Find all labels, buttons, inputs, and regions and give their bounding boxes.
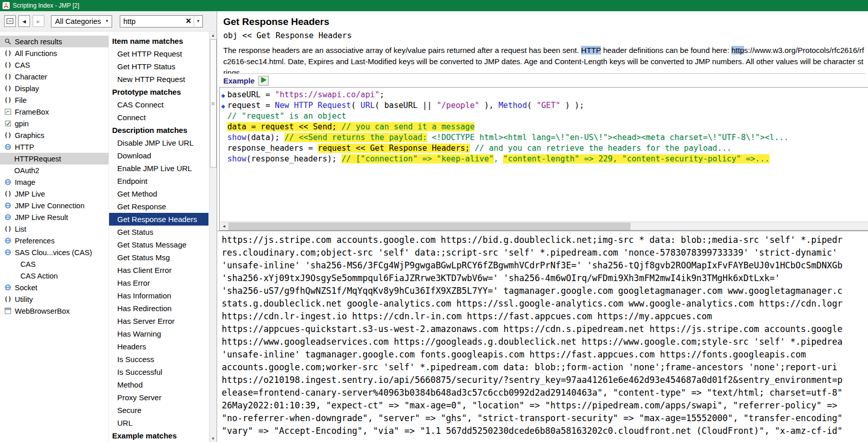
sidebar-item-display[interactable]: ()Display bbox=[0, 82, 109, 94]
sidebar-item-all-functions[interactable]: ()All Functions bbox=[0, 47, 109, 59]
code-segment: URL bbox=[360, 101, 375, 110]
sidebar-item-cas-action[interactable]: CAS Action bbox=[0, 270, 109, 282]
search-icon bbox=[4, 38, 12, 45]
sidebar-item-oauth2[interactable]: OAuth2 bbox=[0, 164, 109, 176]
results-item[interactable]: Get HTTP Request bbox=[109, 47, 208, 60]
sidebar-item-character[interactable]: ()Character bbox=[0, 71, 109, 82]
sidebar-item-cas[interactable]: CAS bbox=[0, 258, 109, 270]
code-segment: show bbox=[227, 154, 246, 163]
results-item[interactable]: Has Server Error bbox=[109, 315, 208, 327]
results-item[interactable]: CAS Connect bbox=[109, 98, 208, 111]
titlebar: Scripting Index - JMP [2] bbox=[0, 0, 868, 11]
category-select[interactable]: All Categories ▼ bbox=[51, 15, 112, 27]
code-segment: Method bbox=[498, 101, 527, 110]
forward-button[interactable]: ► bbox=[33, 15, 44, 27]
sidebar-item-framebox[interactable]: FrameBox bbox=[0, 106, 109, 118]
h-scrollbar-thumb[interactable] bbox=[228, 223, 630, 230]
code-segment: <!DOCTYPE html><html lang=\!"en-US\!"><h… bbox=[427, 133, 788, 142]
code-segment: request = bbox=[227, 101, 275, 110]
clear-search-icon[interactable]: × bbox=[184, 16, 194, 26]
description: The response headers are an associative … bbox=[223, 45, 866, 74]
results-item[interactable]: URL bbox=[109, 417, 208, 429]
code-segment: ( bbox=[527, 101, 537, 110]
sidebar-item-cas[interactable]: ()CAS bbox=[0, 59, 109, 71]
detail-pane: Get Response Headers obj << Get Response… bbox=[217, 11, 868, 442]
results-item[interactable]: Get Response Headers bbox=[109, 213, 208, 226]
sidebar-item-utility[interactable]: ()Utility bbox=[0, 293, 109, 305]
results-item[interactable]: Get Status Message bbox=[109, 238, 208, 251]
sidebar-item-webbrowserbox[interactable]: WebBrowserBox bbox=[0, 305, 109, 317]
search-input[interactable] bbox=[123, 17, 184, 25]
results-item[interactable]: Method bbox=[109, 378, 208, 391]
results-item[interactable]: Has Error bbox=[109, 277, 208, 289]
results-item[interactable]: Get Response bbox=[109, 200, 208, 213]
sidebar-item-list[interactable]: ()List bbox=[0, 223, 109, 235]
sidebar-item-image[interactable]: Image bbox=[0, 176, 109, 188]
sidebar-item-jmp-live[interactable]: ()JMP Live bbox=[0, 188, 109, 200]
code-segment: // you can send it a message bbox=[341, 122, 475, 131]
results-item[interactable]: Enable JMP Live URL bbox=[109, 162, 208, 175]
output-line: https://js.stripe.com accounts.google.co… bbox=[222, 234, 868, 246]
sidebar-item-label: HTTPRequest bbox=[14, 155, 61, 163]
sidebar-item-jmp-live-result[interactable]: JMP Live Result bbox=[0, 211, 109, 223]
sidebar-item-search-results[interactable]: Search results bbox=[0, 36, 109, 47]
sidebar-item-socket[interactable]: Socket bbox=[0, 282, 109, 293]
page-title: Get Response Headers bbox=[223, 16, 866, 27]
code-editor[interactable]: ◆baseURL = "https://swapi.co/api";◆reque… bbox=[219, 87, 868, 231]
results-item[interactable]: Get HTTP Status bbox=[109, 60, 208, 73]
results-item[interactable]: Headers bbox=[109, 340, 208, 353]
back-button[interactable]: ◄ bbox=[18, 15, 30, 27]
sidebar-item-label: Display bbox=[15, 85, 39, 93]
sidebar-item-file[interactable]: ()File bbox=[0, 94, 109, 106]
results-item[interactable]: Endpoint bbox=[109, 175, 208, 187]
output-log[interactable]: https://js.stripe.com accounts.google.co… bbox=[217, 231, 868, 442]
output-line: res.cloudinary.com;object-src 'self' dat… bbox=[222, 246, 868, 259]
scrollbar-thumb[interactable]: ≡ bbox=[210, 39, 217, 168]
results-item[interactable]: Has Redirection bbox=[109, 302, 208, 315]
results-item[interactable]: Get Status Msg bbox=[109, 251, 208, 264]
code-h-scrollbar[interactable]: ◄ bbox=[220, 222, 868, 230]
results-item[interactable]: Secure bbox=[109, 404, 208, 417]
sidebar-item-sas-clou-vices-cas-[interactable]: SAS Clou...vices (CAS) bbox=[0, 246, 109, 258]
description-text: The response headers are an associative … bbox=[223, 46, 581, 54]
search-term-highlight: HTTP bbox=[581, 46, 601, 54]
results-item[interactable]: New HTTP Request bbox=[109, 73, 208, 86]
results-item[interactable]: Is Success bbox=[109, 353, 208, 366]
sidebar-item-graphics[interactable]: ()Graphics bbox=[0, 129, 109, 141]
results-scrollbar[interactable]: ▲ ≡ ▼ bbox=[209, 32, 217, 442]
sidebar-item-preferences[interactable]: Preferences bbox=[0, 235, 109, 246]
results-item[interactable]: Download bbox=[109, 149, 208, 162]
run-example-button[interactable] bbox=[258, 76, 269, 86]
results-item[interactable]: Get Status bbox=[109, 226, 208, 238]
window-title: Scripting Index - JMP [2] bbox=[13, 2, 80, 9]
collapse-tree-button[interactable]: − bbox=[4, 15, 16, 27]
search-dropdown-button[interactable]: ▼ bbox=[194, 16, 202, 26]
results-item[interactable]: Proxy Server bbox=[109, 391, 208, 404]
scroll-left-arrow-icon[interactable]: ◄ bbox=[220, 224, 228, 229]
category-select-value: All Categories bbox=[55, 17, 101, 25]
results-item[interactable]: Has Information bbox=[109, 289, 208, 302]
function-paren-icon: () bbox=[4, 132, 12, 139]
checkbox-icon bbox=[4, 120, 12, 127]
sidebar-item-httprequest[interactable]: HTTPRequest bbox=[0, 153, 109, 164]
framebox-icon bbox=[4, 108, 12, 115]
sidebar-item-label: JMP Live Result bbox=[15, 213, 68, 222]
execution-marker-icon: ◆ bbox=[221, 101, 227, 112]
sidebar-item-gpin[interactable]: gpin bbox=[0, 118, 109, 129]
scroll-up-arrow-icon[interactable]: ▲ bbox=[211, 32, 215, 39]
results-item[interactable]: Get Method bbox=[109, 187, 208, 200]
results-item[interactable]: Has Client Error bbox=[109, 264, 208, 277]
results-item[interactable]: Connect bbox=[109, 111, 208, 124]
results-group-header: Example matches bbox=[109, 429, 208, 442]
results-item[interactable]: Is Successful bbox=[109, 366, 208, 378]
results-item[interactable]: Disable JMP Live URL bbox=[109, 136, 208, 149]
scroll-down-arrow-icon[interactable]: ▼ bbox=[211, 435, 215, 442]
results-item[interactable]: Has Warning bbox=[109, 327, 208, 340]
left-pane: − ◄ ► All Categories ▼ × ▼ Search result… bbox=[0, 11, 217, 442]
sidebar-item-http[interactable]: HTTP bbox=[0, 141, 109, 153]
lists-region: Search results()All Functions()CAS()Char… bbox=[0, 32, 217, 442]
sidebar-item-jmp-live-connection[interactable]: JMP Live Connection bbox=[0, 200, 109, 211]
code-segment: // and you can retrieve the headers for … bbox=[470, 144, 731, 153]
search-box: × ▼ bbox=[120, 15, 203, 27]
code-line: // "request" is an object bbox=[221, 111, 868, 122]
